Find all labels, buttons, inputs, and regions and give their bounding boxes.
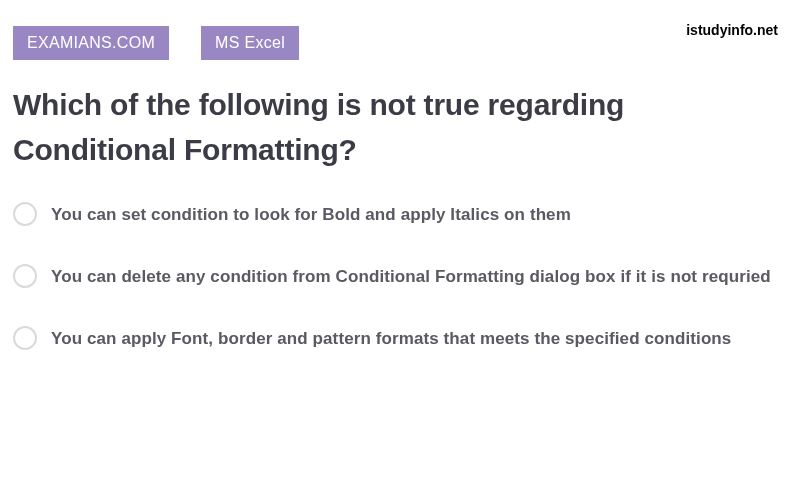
category-tag[interactable]: MS Excel <box>201 26 299 60</box>
watermark-text: istudyinfo.net <box>686 22 778 38</box>
option-item[interactable]: You can delete any condition from Condit… <box>13 262 787 292</box>
question-text: Which of the following is not true regar… <box>13 82 787 172</box>
site-tag[interactable]: EXAMIANS.COM <box>13 26 169 60</box>
radio-button[interactable] <box>13 202 37 226</box>
option-item[interactable]: You can set condition to look for Bold a… <box>13 200 787 230</box>
radio-button[interactable] <box>13 264 37 288</box>
radio-button[interactable] <box>13 326 37 350</box>
option-label: You can delete any condition from Condit… <box>51 262 771 292</box>
tag-row: EXAMIANS.COM MS Excel <box>13 26 787 60</box>
option-label: You can apply Font, border and pattern f… <box>51 324 731 354</box>
option-item[interactable]: You can apply Font, border and pattern f… <box>13 324 787 354</box>
options-list: You can set condition to look for Bold a… <box>13 200 787 353</box>
option-label: You can set condition to look for Bold a… <box>51 200 571 230</box>
